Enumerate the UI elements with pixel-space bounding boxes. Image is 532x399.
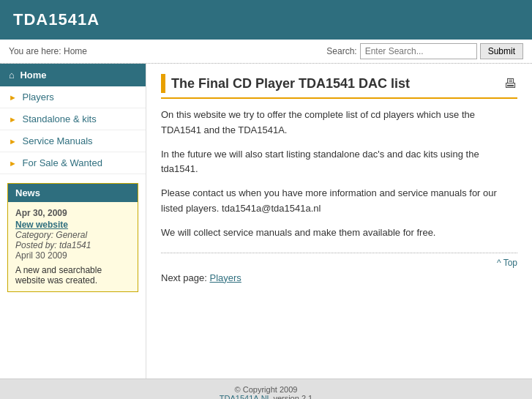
arrow-icon: ►: [9, 137, 17, 146]
news-article-link[interactable]: New website: [15, 220, 68, 230]
footer-site-link[interactable]: TDA1541A.NL: [220, 394, 271, 399]
footer: © Copyright 2009 TDA1541A.NL version 2.1: [0, 379, 532, 399]
news-date: Apr 30, 2009: [15, 208, 130, 218]
news-posted-by: Posted by: tda1541: [15, 240, 130, 250]
footer-site: TDA1541A.NL version 2.1: [6, 394, 526, 399]
content-header: The Final CD Player TDA1541 DAC list 🖶: [161, 74, 517, 99]
paragraph-4: We will collect service manuals and make…: [161, 225, 517, 241]
news-body: A new and searchable website was created…: [15, 265, 130, 286]
nav-standalone-link[interactable]: Standalone & kits: [23, 113, 97, 124]
paragraph-3: Please contact us when you have more inf…: [161, 186, 517, 217]
home-icon: ⌂: [9, 70, 15, 81]
nav-players-link[interactable]: Players: [23, 92, 54, 102]
search-input[interactable]: [360, 43, 477, 59]
nav-service-link[interactable]: Service Manuals: [23, 135, 93, 146]
footer-copyright: © Copyright 2009: [6, 385, 526, 394]
breadcrumb: You are here: Home: [9, 46, 87, 56]
arrow-icon: ►: [9, 93, 17, 102]
content-title-wrap: The Final CD Player TDA1541 DAC list: [161, 74, 410, 93]
paragraph-1: On this website we try to offer the comp…: [161, 108, 517, 138]
nav-forsale-link[interactable]: For Sale & Wanted: [23, 157, 102, 168]
main-body: On this website we try to offer the comp…: [161, 108, 517, 241]
sidebar-item-forsale[interactable]: ► For Sale & Wanted: [0, 152, 146, 174]
sidebar-item-home[interactable]: ⌂ Home: [0, 64, 146, 86]
news-box: News Apr 30, 2009 New website Category: …: [7, 183, 138, 292]
search-label: Search:: [326, 46, 356, 56]
main-content: The Final CD Player TDA1541 DAC list 🖶 O…: [146, 64, 532, 379]
sidebar: ⌂ Home ► Players ► Standalone & kits ► S…: [0, 64, 146, 379]
breadcrumb-label: You are here:: [9, 46, 61, 56]
sidebar-item-players[interactable]: ► Players: [0, 86, 146, 108]
breadcrumb-home: Home: [64, 46, 87, 56]
main-layout: ⌂ Home ► Players ► Standalone & kits ► S…: [0, 64, 532, 379]
print-icon[interactable]: 🖶: [504, 76, 517, 92]
content-divider: [161, 253, 517, 253]
next-page-link[interactable]: Players: [210, 272, 241, 283]
search-area: Search: Submit: [326, 43, 523, 59]
next-page-label: Next page:: [161, 272, 207, 283]
news-category: Category: General: [15, 230, 130, 240]
news-content: Apr 30, 2009 New website Category: Gener…: [8, 202, 138, 291]
footer-version: version 2.1: [273, 394, 312, 399]
breadcrumb-bar: You are here: Home Search: Submit: [0, 40, 532, 64]
title-accent-bar: [161, 74, 165, 93]
search-button[interactable]: Submit: [480, 43, 523, 59]
news-link[interactable]: New website: [15, 220, 130, 230]
next-page: Next page: Players: [161, 272, 517, 283]
top-anchor[interactable]: ^ Top: [497, 258, 517, 268]
nav-home-link[interactable]: Home: [20, 70, 46, 81]
page-title: The Final CD Player TDA1541 DAC list: [171, 76, 410, 92]
paragraph-2: In the future we will also start listing…: [161, 147, 517, 178]
news-date2: April 30 2009: [15, 250, 130, 261]
sidebar-item-standalone[interactable]: ► Standalone & kits: [0, 108, 146, 130]
arrow-icon: ►: [9, 159, 17, 168]
site-title: TDA1541A: [13, 10, 519, 29]
arrow-icon: ►: [9, 115, 17, 124]
news-section-title: News: [8, 184, 138, 202]
site-header: TDA1541A: [0, 0, 532, 40]
sidebar-item-service[interactable]: ► Service Manuals: [0, 130, 146, 152]
top-link[interactable]: ^ Top: [161, 258, 517, 268]
